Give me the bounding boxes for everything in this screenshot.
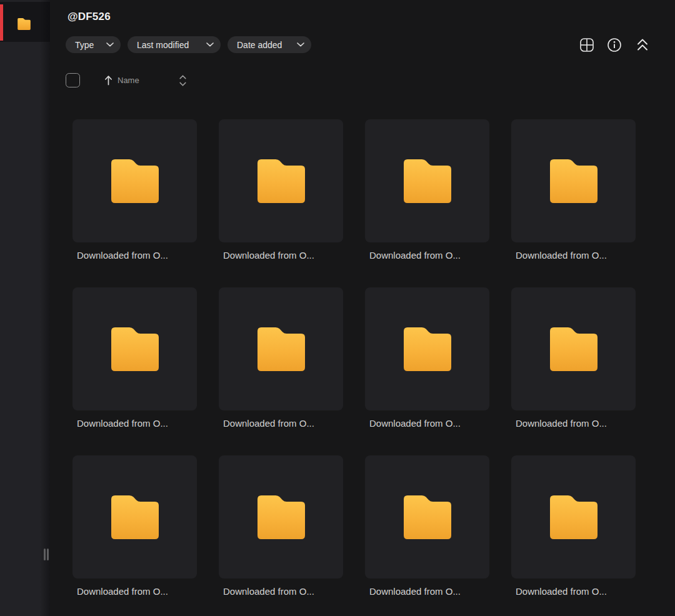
- sort-updown-icon[interactable]: [179, 74, 187, 87]
- filter-type-label: Type: [75, 40, 94, 50]
- folder-tile[interactable]: [365, 455, 489, 579]
- file-grid-cell: Downloaded from O...: [72, 455, 197, 597]
- folder-name-label: Downloaded from O...: [511, 586, 636, 597]
- folder-name-label: Downloaded from O...: [219, 418, 343, 429]
- file-grid-cell: Downloaded from O...: [72, 119, 197, 261]
- collapse-all-icon[interactable]: [637, 39, 648, 51]
- folder-tile[interactable]: [365, 287, 489, 410]
- select-all-checkbox[interactable]: [66, 73, 80, 87]
- folder-icon: [111, 327, 159, 371]
- folder-icon: [258, 495, 305, 539]
- view-controls: [580, 38, 648, 52]
- folder-tile[interactable]: [511, 455, 636, 579]
- sidebar-resize-handle[interactable]: [44, 549, 49, 560]
- file-grid-cell: Downloaded from O...: [219, 119, 343, 261]
- file-grid-cell: Downloaded from O...: [511, 287, 636, 429]
- folder-tile[interactable]: [219, 287, 343, 410]
- filter-type-button[interactable]: Type: [66, 36, 121, 53]
- filter-last-modified-label: Last modified: [137, 40, 189, 50]
- sort-control[interactable]: Name: [104, 75, 139, 86]
- arrow-up-icon: [104, 75, 112, 86]
- info-icon[interactable]: [608, 38, 621, 52]
- folder-tile[interactable]: [365, 119, 489, 242]
- sort-field-label: Name: [118, 76, 139, 85]
- folder-icon: [404, 327, 451, 371]
- file-grid-cell: Downloaded from O...: [219, 455, 343, 597]
- folder-tile[interactable]: [219, 119, 343, 242]
- folder-icon: [258, 327, 305, 371]
- sidebar: [0, 0, 50, 616]
- folder-icon: [550, 495, 598, 539]
- filter-date-added-label: Date added: [237, 40, 282, 50]
- folder-icon: [550, 159, 598, 203]
- folder-tile[interactable]: [72, 287, 197, 410]
- active-indicator: [0, 4, 3, 41]
- folder-name-label: Downloaded from O...: [365, 250, 489, 261]
- folder-name-label: Downloaded from O...: [72, 250, 197, 261]
- folder-icon: [550, 327, 598, 371]
- folder-tile[interactable]: [72, 119, 197, 242]
- grid-view-icon[interactable]: [580, 38, 594, 52]
- folder-name-label: Downloaded from O...: [365, 586, 489, 597]
- chevron-down-icon: [106, 42, 114, 47]
- file-grid-cell: Downloaded from O...: [511, 119, 636, 261]
- file-grid-cell: Downloaded from O...: [511, 455, 636, 597]
- folder-name-label: Downloaded from O...: [72, 586, 197, 597]
- file-grid-cell: Downloaded from O...: [365, 287, 489, 429]
- folder-tile[interactable]: [511, 287, 636, 410]
- chevron-down-icon: [206, 42, 214, 47]
- folder-name-label: Downloaded from O...: [511, 250, 636, 261]
- file-grid-cell: Downloaded from O...: [365, 119, 489, 261]
- folder-icon: [111, 495, 159, 539]
- folder-icon: [111, 159, 159, 203]
- folder-icon: [404, 159, 451, 203]
- folder-tile[interactable]: [511, 119, 636, 242]
- folder-icon: [258, 159, 305, 203]
- folder-name-label: Downloaded from O...: [365, 418, 489, 429]
- file-grid: Downloaded from O... Downloaded from O..…: [72, 119, 636, 597]
- filter-date-added-button[interactable]: Date added: [228, 36, 311, 53]
- folder-name-label: Downloaded from O...: [219, 250, 343, 261]
- folder-tile[interactable]: [219, 455, 343, 579]
- filter-last-modified-button[interactable]: Last modified: [128, 36, 221, 53]
- filter-bar: Type Last modified Date added: [66, 36, 311, 53]
- folder-name-label: Downloaded from O...: [511, 418, 636, 429]
- folder-tile[interactable]: [72, 455, 197, 579]
- folder-name-label: Downloaded from O...: [72, 418, 197, 429]
- file-grid-cell: Downloaded from O...: [219, 287, 343, 429]
- chevron-down-icon: [297, 42, 304, 47]
- page-title: @DF526: [68, 11, 111, 23]
- file-grid-cell: Downloaded from O...: [72, 287, 197, 429]
- sidebar-resize-gutter[interactable]: [40, 0, 50, 616]
- folder-name-label: Downloaded from O...: [219, 586, 343, 597]
- file-grid-cell: Downloaded from O...: [365, 455, 489, 597]
- folder-icon: [404, 495, 451, 539]
- folder-icon: [18, 18, 31, 30]
